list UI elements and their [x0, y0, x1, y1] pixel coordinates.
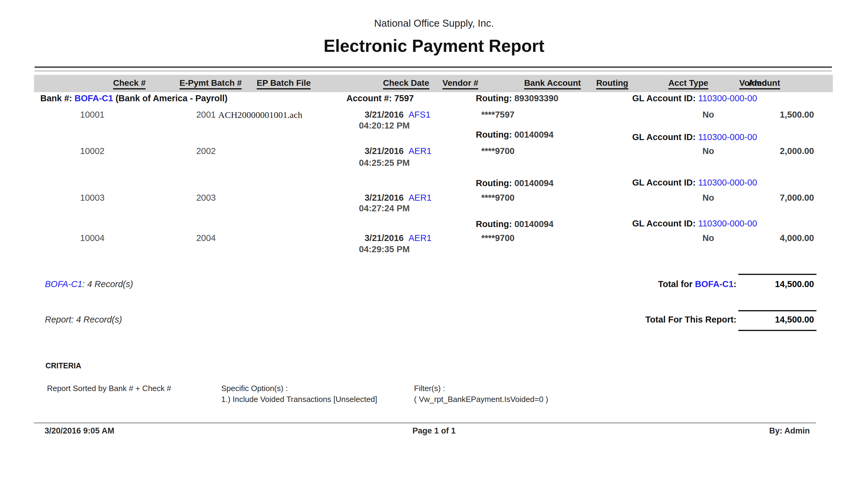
report-total-rule-bottom: [738, 330, 816, 331]
group-total-value: 14,500.00: [775, 279, 814, 289]
amount: 1,500.00: [780, 110, 814, 120]
vendor-link[interactable]: AER1: [408, 233, 432, 243]
bank-gl-account: GL Account ID: 110300-000-00: [632, 93, 757, 103]
batch-no: 2002: [196, 146, 216, 156]
vendor-link[interactable]: AER1: [408, 193, 432, 203]
report-record-count: Report: 4 Record(s): [45, 315, 122, 325]
gl-note: GL Account ID: 110300-000-00: [632, 218, 757, 229]
bank-routing: Routing: 893093390: [476, 93, 558, 103]
criteria-option-1: 1.) Include Voided Transactions [Unselec…: [221, 395, 377, 404]
group-total-label: Total for BOFA-C1:: [658, 279, 737, 289]
gl-account-link[interactable]: 110300-000-00: [698, 132, 757, 142]
bank-code-link[interactable]: BOFA-C1: [695, 279, 734, 289]
bank-code-link[interactable]: BOFA-C1: [45, 279, 83, 289]
group-total-rule: [738, 274, 816, 275]
bank-code-link[interactable]: BOFA-C1: [74, 93, 113, 103]
amount: 4,000.00: [780, 233, 814, 243]
check-no: 10001: [80, 110, 104, 120]
table-header-row: Check # E-Pymt Batch # EP Batch File Che…: [34, 75, 833, 92]
voided-flag: No: [703, 110, 714, 120]
footer-page-number: Page 1 of 1: [0, 426, 868, 435]
vendor-link[interactable]: AER1: [408, 146, 432, 156]
bank-name: (Bank of America - Payroll): [116, 93, 227, 103]
voided-flag: No: [703, 233, 714, 243]
column-header-acct-type: Acct Type: [668, 78, 708, 89]
column-header-vendor: Vendor #: [442, 78, 478, 89]
report-total-value: 14,500.00: [775, 315, 814, 325]
table-row-time: 04:29:35 PM: [0, 244, 868, 257]
check-no: 10002: [80, 146, 104, 156]
table-row: 10002 2002 3/21/2016 AER1 ****9700 No 2,…: [0, 146, 868, 158]
routing-note-row: Routing: 00140094 GL Account ID: 110300-…: [0, 219, 868, 231]
column-header-amount: Amount: [748, 78, 780, 89]
criteria-filters-label: Filter(s) :: [414, 384, 445, 393]
gl-account-link[interactable]: 110300-000-00: [698, 218, 757, 228]
column-header-routing: Routing: [596, 78, 628, 89]
routing-note-row: Routing: 00140094 GL Account ID: 110300-…: [0, 130, 868, 142]
criteria-labels-row: Report Sorted by Bank # + Check # Specif…: [0, 384, 868, 396]
check-date: 3/21/2016: [365, 193, 404, 203]
bank-group-header: Bank #: BOFA-C1 (Bank of America - Payro…: [0, 93, 868, 106]
voided-flag: No: [703, 193, 714, 203]
check-no: 10003: [80, 193, 104, 203]
amount: 2,000.00: [780, 146, 814, 156]
criteria-filter-1: ( Vw_rpt_BankEPayment.IsVoided=0 ): [414, 395, 548, 404]
criteria-values-row: 1.) Include Voided Transactions [Unselec…: [0, 395, 868, 407]
account-number: Account #: 7597: [346, 93, 414, 103]
gl-note: GL Account ID: 110300-000-00: [632, 178, 757, 188]
batch-no: 2001: [196, 110, 216, 120]
check-date: 3/21/2016: [365, 110, 404, 120]
criteria-heading: CRITERIA: [45, 361, 81, 370]
page-title: Electronic Payment Report: [0, 36, 868, 56]
top-divider-dark: [35, 66, 832, 68]
bank-account: ****9700: [481, 193, 515, 203]
report-total-row: Report: 4 Record(s) Total For This Repor…: [0, 315, 868, 327]
check-time: 04:27:24 PM: [359, 203, 410, 213]
routing-note: Routing: 00140094: [476, 178, 553, 188]
criteria-section: CRITERIA: [0, 361, 868, 373]
amount: 7,000.00: [780, 193, 814, 203]
report-page: National Office Supply, Inc. Electronic …: [0, 0, 868, 482]
table-row: 10003 2003 3/21/2016 AER1 ****9700 No 7,…: [0, 193, 868, 205]
group-record-count: BOFA-C1: 4 Record(s): [45, 279, 133, 289]
check-time: 04:29:35 PM: [359, 244, 410, 254]
table-row-time: 04:27:24 PM: [0, 203, 868, 215]
routing-note: Routing: 00140094: [476, 219, 553, 229]
gl-account-link[interactable]: 110300-000-00: [698, 178, 757, 187]
footer-row: 3/20/2016 9:05 AM Page 1 of 1 By: Admin: [0, 426, 868, 438]
gl-account-link[interactable]: 110300-000-00: [698, 93, 757, 103]
routing-note: Routing: 00140094: [476, 130, 553, 140]
column-header-batch-no: E-Pymt Batch #: [179, 78, 242, 89]
check-no: 10004: [80, 233, 104, 243]
report-total-label: Total For This Report:: [645, 315, 737, 325]
bank-account: ****9700: [481, 146, 515, 156]
footer-divider: [34, 422, 816, 423]
gl-note: GL Account ID: 110300-000-00: [632, 132, 757, 142]
company-name: National Office Supply, Inc.: [0, 18, 868, 29]
batch-file: ACH20000001001.ach: [218, 110, 302, 120]
column-header-check-no: Check #: [113, 78, 146, 89]
criteria-options-label: Specific Option(s) :: [221, 384, 288, 393]
vendor-link[interactable]: AFS1: [408, 110, 431, 120]
column-header-batch-file: EP Batch File: [257, 78, 311, 89]
batch-no: 2003: [196, 193, 216, 203]
check-time: 04:20:12 PM: [359, 121, 410, 131]
column-header-check-date: Check Date: [383, 78, 430, 89]
table-row: 10001 2001 ACH20000001001.ach 3/21/2016 …: [0, 110, 868, 122]
voided-flag: No: [703, 146, 714, 156]
footer-run-by: By: Admin: [769, 426, 810, 435]
report-total-rule-top: [738, 310, 816, 311]
table-row: 10004 2004 3/21/2016 AER1 ****9700 No 4,…: [0, 233, 868, 245]
check-time: 04:25:25 PM: [359, 158, 410, 168]
bank-account: ****9700: [481, 233, 515, 243]
check-date: 3/21/2016: [365, 146, 404, 156]
top-divider-light: [35, 70, 832, 71]
batch-no: 2004: [196, 233, 216, 243]
column-header-bank-account: Bank Account: [524, 78, 581, 89]
table-row-time: 04:25:25 PM: [0, 158, 868, 170]
bank-account: ****7597: [481, 110, 515, 120]
bank-number-label: Bank #: BOFA-C1 (Bank of America - Payro…: [40, 93, 227, 103]
group-total-row: BOFA-C1: 4 Record(s) Total for BOFA-C1: …: [0, 279, 868, 291]
routing-note-row: Routing: 00140094 GL Account ID: 110300-…: [0, 178, 868, 190]
check-date: 3/21/2016: [365, 233, 404, 243]
